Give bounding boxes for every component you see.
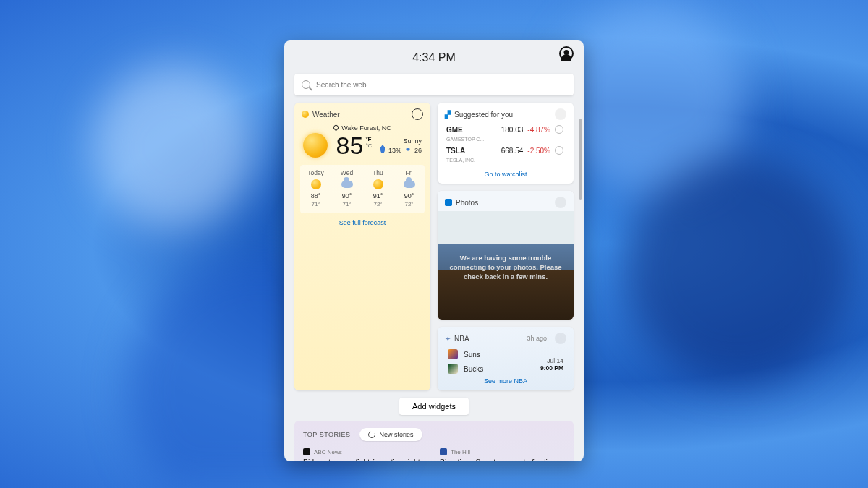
stocks-widget[interactable]: ▞Suggested for you ⋯ GME 180.03 -4.87% G…	[438, 103, 574, 184]
photos-menu-icon[interactable]: ⋯	[555, 197, 566, 208]
forecast-icon	[311, 179, 321, 189]
forecast-grid: Today Wed Thu Fri 88° 90° 91° 90° 71° 71…	[300, 165, 425, 213]
weather-condition: Sunny	[403, 137, 422, 145]
stocks-icon: ▞	[445, 111, 451, 119]
forecast-icon	[404, 181, 415, 188]
photos-icon	[445, 199, 452, 206]
nba-title: NBA	[454, 335, 469, 343]
forecast-icon	[341, 181, 353, 188]
story-item[interactable]: The Hill Bipartisan Senate group to fina…	[440, 448, 565, 461]
game-datetime: Jul 149:00 PM	[438, 357, 574, 372]
add-widgets-button[interactable]: Add widgets	[399, 398, 469, 415]
unit-f[interactable]: °F	[365, 136, 372, 142]
source-badge-icon	[303, 448, 310, 455]
weather-location: Wake Forest, NC	[294, 124, 430, 132]
story-item[interactable]: ABC News Biden steps up fight for voting…	[303, 448, 428, 461]
weather-temp: 85	[336, 133, 364, 158]
story-headline: Bipartisan Senate group to finalize infr…	[440, 458, 565, 461]
photos-preview: We are having some trouble connecting to…	[438, 211, 574, 320]
nba-menu-icon[interactable]: ⋯	[555, 333, 566, 344]
watchlist-star-icon[interactable]	[555, 125, 563, 134]
stock-row[interactable]: TSLA 668.54 -2.50% TESLA, INC.	[438, 144, 574, 165]
weather-title: Weather	[312, 111, 340, 119]
watchlist-link[interactable]: Go to watchlist	[438, 165, 574, 184]
search-box[interactable]	[294, 74, 574, 95]
weather-icon	[302, 111, 309, 118]
sun-icon	[303, 133, 328, 158]
widgets-panel: 4:34 PM Weather Wake Forest, NC 85 °F	[284, 40, 584, 461]
photos-title: Photos	[456, 199, 478, 207]
photos-widget[interactable]: Photos ⋯ We are having some trouble conn…	[438, 191, 574, 320]
weather-forecast-link[interactable]: See full forecast	[294, 213, 430, 232]
source-badge-icon	[440, 448, 447, 455]
bucks-logo-icon	[448, 364, 458, 374]
story-headline: Biden steps up fight for voting rights: …	[303, 458, 428, 461]
watchlist-star-icon[interactable]	[555, 146, 563, 155]
home-pin-icon	[333, 124, 339, 132]
search-input[interactable]	[316, 81, 566, 89]
nba-link[interactable]: See more NBA	[438, 372, 574, 390]
top-stories-title: TOP STORIES	[303, 431, 351, 438]
sports-icon: ✦	[445, 335, 451, 343]
scrollbar[interactable]	[579, 119, 582, 200]
nba-widget[interactable]: ✦NBA 3h ago ⋯ Suns Bucks Jul 149:00 PM S…	[438, 327, 574, 390]
precip-icon	[405, 148, 411, 153]
clock-time: 4:34 PM	[412, 51, 456, 64]
unit-c[interactable]: °C	[365, 142, 372, 149]
suns-logo-icon	[448, 349, 458, 359]
stock-row[interactable]: GME 180.03 -4.87% GAMESTOP C...	[438, 123, 574, 144]
weather-widget[interactable]: Weather Wake Forest, NC 85 °F °C Sunny	[294, 103, 430, 390]
top-stories-widget: TOP STORIES New stories ABC News Biden s…	[294, 421, 574, 461]
profile-avatar-icon[interactable]	[559, 46, 574, 61]
refresh-icon	[367, 430, 376, 440]
forecast-icon	[373, 179, 383, 189]
humidity-icon	[380, 147, 385, 153]
weather-menu-icon[interactable]	[412, 108, 423, 120]
nba-time-ago: 3h ago	[527, 335, 547, 342]
stocks-menu-icon[interactable]: ⋯	[555, 108, 566, 120]
search-icon	[302, 80, 310, 89]
new-stories-button[interactable]: New stories	[359, 428, 422, 441]
stocks-title: Suggested for you	[454, 111, 513, 119]
photos-error-message: We are having some trouble connecting to…	[438, 254, 574, 281]
